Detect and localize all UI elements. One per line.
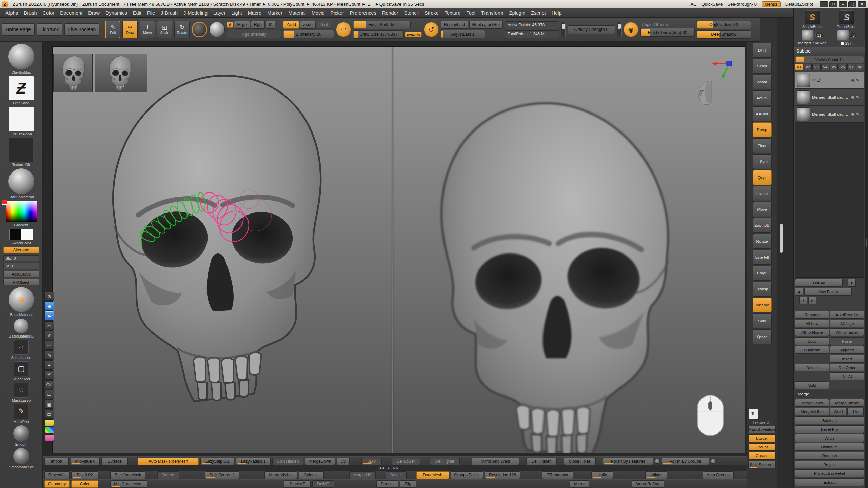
subtool-version-tab[interactable]: V4 xyxy=(821,64,829,70)
draw-button[interactable]: ✏ Draw xyxy=(122,21,138,38)
append-button[interactable]: Append xyxy=(830,346,864,354)
polyf-button[interactable]: PolyF xyxy=(753,266,772,281)
menu-item[interactable]: Picker xyxy=(328,9,347,17)
split-screen-button[interactable]: Split Screen 1 xyxy=(748,461,776,468)
menu-item[interactable]: J-Brush xyxy=(158,9,181,17)
flip-button[interactable]: Flip xyxy=(400,480,416,488)
switch-color[interactable]: SwitchColor xyxy=(9,229,33,245)
alpha-badge[interactable]: A xyxy=(227,22,233,28)
rgb-intensity-slider[interactable]: Rgb Intensity xyxy=(227,30,281,38)
cursor-icon[interactable]: ➤ xyxy=(45,311,54,320)
zsub-button[interactable]: Zsub xyxy=(300,21,316,29)
smart-resym-button[interactable]: Smart ReSym xyxy=(632,480,664,488)
subtool-version-tab[interactable]: V2 xyxy=(804,64,812,70)
del-all-button[interactable]: Del All xyxy=(830,372,864,380)
dynamic-button[interactable]: Dynamic xyxy=(753,298,772,312)
home-page-button[interactable]: Home Page xyxy=(2,23,35,36)
distribute-button[interactable]: Distribute xyxy=(795,443,864,451)
split-screen-slider[interactable]: Split Screen 1 xyxy=(205,471,239,479)
close-button[interactable]: ✕ xyxy=(858,1,866,7)
accucurve-button[interactable]: AccuCurve xyxy=(3,271,39,277)
zoom-button[interactable]: Zoom xyxy=(753,75,772,89)
mergevisible-shelf-button[interactable]: MergeVisible xyxy=(264,471,297,479)
bevel-pro-button[interactable]: Bevel Pro xyxy=(795,425,864,433)
trash-icon[interactable]: ⌫ xyxy=(45,380,54,389)
remesh-button[interactable]: Remesh xyxy=(795,452,864,460)
subtool-version-tab[interactable]: V1 xyxy=(795,64,803,70)
angle-of-view-icon[interactable]: ◉ xyxy=(624,22,638,37)
default-zscript-button[interactable]: DefaultZScript xyxy=(785,2,813,7)
subtool-version-tab[interactable]: V5 xyxy=(830,64,838,70)
folder-icon[interactable]: ▫ xyxy=(861,95,862,99)
quicksave-button[interactable]: QuickSave xyxy=(701,2,723,7)
tool-slot2-thumbnail[interactable] xyxy=(837,30,849,41)
material-basic-b[interactable]: BasicMaterialB xyxy=(9,319,34,338)
Merged_Skull-decimation2[interactable]: Merged_Skull-decimation2 ◉ ✎ ▫ xyxy=(795,89,864,106)
menu-item[interactable]: Transform xyxy=(478,9,507,17)
color-chip-pink[interactable] xyxy=(45,434,54,441)
brush-smooth[interactable]: Smooth xyxy=(13,425,29,446)
folder-icon[interactable]: ▫ xyxy=(861,78,862,82)
floor-button[interactable]: Floor xyxy=(753,138,772,153)
history-thumbnail-2[interactable] xyxy=(95,54,147,92)
camera-head-preview[interactable] xyxy=(694,79,715,107)
axis-gizmo[interactable] xyxy=(707,60,732,81)
scale-button[interactable]: ◱ Scale xyxy=(157,21,172,38)
backfacemask-button[interactable]: BackfaceMask xyxy=(110,471,145,479)
light-icon[interactable]: ⊙ xyxy=(45,292,54,301)
import-button[interactable]: Import xyxy=(44,458,69,465)
menu-item[interactable]: Dynamics xyxy=(103,9,130,17)
auto-groups-button[interactable]: Auto Groups xyxy=(703,471,734,479)
xpose-button[interactable]: Xpose xyxy=(753,329,772,344)
project-button[interactable]: Project xyxy=(795,461,864,468)
zremesher-button[interactable]: ZRemesher xyxy=(542,471,573,479)
morph-uv-button[interactable]: Morph UV xyxy=(349,471,376,479)
align-button[interactable]: Align xyxy=(795,434,864,442)
mergedown-button[interactable]: MergeDown xyxy=(795,399,829,407)
groups-polish-button[interactable]: Groups Polish xyxy=(451,471,483,479)
menu-item[interactable]: File xyxy=(144,9,158,17)
eye-icon[interactable]: ◉ xyxy=(851,95,854,99)
del-other-button[interactable]: Del Other xyxy=(830,364,864,371)
scroll-button[interactable]: Scroll xyxy=(753,59,772,74)
subtool-thumbnail[interactable] xyxy=(797,74,810,87)
lightbox-button[interactable]: LightBox xyxy=(37,23,62,36)
linefill-button[interactable]: Line Fill xyxy=(753,250,772,265)
bpr-button[interactable]: BPR xyxy=(753,43,772,58)
polish-by-groups-slider[interactable]: Polish By Groups xyxy=(662,458,709,465)
m-button[interactable]: M xyxy=(266,21,275,29)
paintbrush-icon[interactable]: ✎ xyxy=(856,112,859,116)
new-folder-button[interactable]: New Folder xyxy=(804,288,852,296)
min-connected-slider[interactable]: Min Connected I xyxy=(110,480,147,488)
delete-button-row2b[interactable]: Delete xyxy=(386,471,407,479)
inflate-button[interactable]: Inflate xyxy=(645,471,667,479)
material-startup[interactable]: StartupMaterial xyxy=(8,168,34,199)
rotate-button[interactable]: ↻ Rotate xyxy=(174,21,190,38)
stroke-freehand[interactable]: Ƶ FreeHand xyxy=(9,76,34,105)
del-hidden-button[interactable]: Del Hidden xyxy=(526,458,557,465)
menu-item[interactable]: Layer xyxy=(211,9,229,17)
storemt-button[interactable]: StoreMT xyxy=(284,480,311,488)
zcut-button[interactable]: Zcut xyxy=(317,21,331,29)
dist-slider[interactable]: Dist 0.02 xyxy=(71,471,98,479)
simplebrush-thumbnail[interactable]: S xyxy=(805,10,820,24)
rotate3d-button[interactable]: Rotate xyxy=(753,234,772,249)
replay-icon[interactable]: ↺ xyxy=(424,22,439,37)
transp-button[interactable]: Transp xyxy=(753,282,772,297)
texture-tray-chip[interactable]: Te xyxy=(749,409,758,419)
subtool-thumbnail[interactable] xyxy=(797,90,810,104)
current-tool2-label[interactable]: 23강 xyxy=(845,41,853,46)
menu-item[interactable]: Stroke xyxy=(422,9,442,17)
menu-item[interactable]: Marker xyxy=(264,9,285,17)
monitor-icon[interactable]: ▭ xyxy=(45,390,54,399)
menu-item[interactable]: Preferences xyxy=(347,9,379,17)
list-up-button[interactable]: ▲ xyxy=(795,288,803,296)
menu-item[interactable]: Light xyxy=(229,9,245,17)
mirror-button[interactable]: Mirror xyxy=(570,480,589,488)
current-tool-label[interactable]: Merged_Skull-de xyxy=(798,41,826,45)
stroke-icon[interactable]: ◠ xyxy=(336,22,351,37)
surface-button[interactable]: Surface xyxy=(101,458,128,465)
all-low-button[interactable]: All Low xyxy=(795,320,829,327)
z-intensity-slider[interactable]: Z Intensity 20 xyxy=(283,30,334,38)
rf-slider[interactable]: Rf 0 xyxy=(3,263,39,269)
